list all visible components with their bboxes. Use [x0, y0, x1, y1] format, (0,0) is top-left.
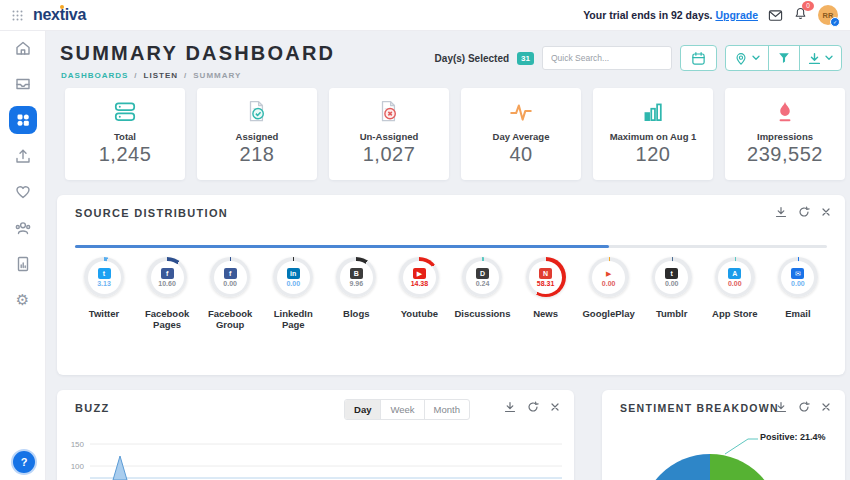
pie-annotation-line	[720, 434, 760, 456]
tab-day[interactable]: Day	[345, 400, 380, 419]
sidebar-item-wellness[interactable]	[0, 174, 45, 210]
flame-icon	[771, 99, 799, 125]
avatar[interactable]: RR ✓	[818, 5, 838, 25]
location-dropdown-button[interactable]	[726, 46, 768, 70]
notifications-bell[interactable]: 0	[793, 6, 808, 25]
download-icon[interactable]	[504, 401, 516, 413]
heart-icon	[14, 183, 32, 201]
source-value: 0.00	[665, 280, 679, 287]
source-item[interactable]: t0.00Tumblr	[641, 257, 703, 330]
main-content: SUMMARY DASHBOARD DASHBOARDS / LISTEN / …	[45, 30, 850, 480]
close-icon[interactable]	[821, 402, 831, 412]
source-value: 14.38	[411, 280, 429, 287]
youtube-icon: ▶	[413, 268, 426, 279]
pie-annotation-label: Positive: 21.4%	[760, 432, 826, 442]
source-label: Blogs	[343, 308, 369, 319]
svg-text:100: 100	[71, 462, 85, 471]
facebook-group-icon: f	[224, 268, 237, 279]
sidebar-item-settings[interactable]: ⚙	[0, 282, 45, 318]
buzz-period-tabs: Day Week Month	[344, 399, 470, 420]
sidebar-item-dashboards-active[interactable]	[9, 106, 37, 134]
export-dropdown-button[interactable]	[799, 46, 841, 70]
source-label: Tumblr	[656, 308, 688, 319]
close-icon[interactable]	[821, 207, 831, 217]
close-icon[interactable]	[550, 402, 560, 412]
source-label: GooglePlay	[582, 308, 634, 319]
total-icon	[111, 99, 139, 125]
header-controls: Day(s) Selected 31	[435, 46, 842, 70]
help-button[interactable]: ?	[11, 449, 37, 475]
sidebar-item-team[interactable]	[0, 210, 45, 246]
stat-card-total: Total1,245	[65, 88, 185, 180]
source-item[interactable]: in0.00LinkedIn Page	[262, 257, 324, 330]
source-item[interactable]: f10.60Facebook Pages	[136, 257, 198, 330]
refresh-icon[interactable]	[798, 206, 810, 218]
source-value: 3.13	[97, 280, 111, 287]
sidebar-item-inbox[interactable]	[0, 66, 45, 102]
source-gauges: t3.13Twitterf10.60Facebook Pagesf0.00Fac…	[73, 257, 829, 330]
download-icon[interactable]	[775, 401, 787, 413]
source-item[interactable]: D0.24Discussions	[451, 257, 513, 330]
source-label: Youtube	[401, 308, 438, 319]
notification-badge: 0	[802, 1, 814, 11]
breadcrumb-separator: /	[184, 71, 187, 80]
source-value: 0.00	[728, 280, 742, 287]
source-value: 0.00	[223, 280, 237, 287]
sources-scrollbar[interactable]	[75, 245, 827, 248]
linkedin-icon: in	[287, 268, 300, 279]
sidebar-item-home[interactable]	[0, 30, 45, 66]
tumblr-icon: t	[665, 268, 678, 279]
source-item[interactable]: ✉0.00Email	[767, 257, 829, 330]
source-item[interactable]: f0.00Facebook Group	[199, 257, 261, 330]
sidebar-item-upload[interactable]	[0, 138, 45, 174]
breadcrumb: DASHBOARDS / LISTEN / SUMMARY	[61, 71, 241, 80]
source-value: 0.24	[476, 280, 490, 287]
source-item[interactable]: N58.31News	[515, 257, 577, 330]
download-icon[interactable]	[775, 206, 787, 218]
source-label: Email	[785, 308, 810, 319]
upload-icon	[14, 147, 32, 165]
refresh-icon[interactable]	[527, 401, 539, 413]
source-item[interactable]: ▶14.38Youtube	[388, 257, 450, 330]
envelope-icon[interactable]	[768, 9, 783, 22]
nextiva-logo: nextiva	[33, 6, 86, 24]
trial-message: Your trial ends in 92 days. Upgrade	[583, 9, 758, 21]
breadcrumb-dashboards[interactable]: DASHBOARDS	[61, 71, 128, 80]
inbox-icon	[14, 75, 32, 93]
breadcrumb-listen[interactable]: LISTEN	[144, 71, 178, 80]
source-label: Twitter	[89, 308, 119, 319]
source-value: 0.00	[791, 280, 805, 287]
calendar-button[interactable]	[680, 45, 717, 71]
days-selected-badge: 31	[517, 52, 534, 65]
page-title: SUMMARY DASHBOARD	[60, 42, 335, 65]
avatar-status-icon: ✓	[830, 17, 840, 27]
stat-card-day-average: Day Average40	[461, 88, 581, 180]
source-item[interactable]: t3.13Twitter	[73, 257, 135, 330]
filter-button[interactable]	[768, 46, 799, 70]
source-item[interactable]: A0.00App Store	[704, 257, 766, 330]
tab-week[interactable]: Week	[380, 400, 423, 419]
filter-funnel-icon	[777, 51, 791, 65]
panel-title: BUZZ	[75, 402, 110, 414]
location-pin-icon	[734, 51, 748, 66]
source-label: Discussions	[454, 308, 510, 319]
sentiment-breakdown-panel: SENTIMENT BREAKDOWN Positive: 21.4%	[602, 390, 845, 480]
sentiment-pie-chart	[640, 454, 780, 480]
source-item[interactable]: B9.96Blogs	[325, 257, 387, 330]
stat-card-unassigned: Un-Assigned1,027	[329, 88, 449, 180]
source-item[interactable]: ▶0.00GooglePlay	[578, 257, 640, 330]
sidebar-item-reports[interactable]	[0, 246, 45, 282]
app-launcher-icon[interactable]	[12, 10, 23, 21]
stat-card-assigned: Assigned218	[197, 88, 317, 180]
breadcrumb-separator: /	[134, 71, 137, 80]
upgrade-link[interactable]: Upgrade	[715, 9, 758, 21]
refresh-icon[interactable]	[798, 401, 810, 413]
tab-month[interactable]: Month	[424, 400, 469, 419]
svg-text:150: 150	[71, 440, 85, 449]
sources-scrollbar-thumb[interactable]	[75, 245, 609, 248]
download-icon	[808, 52, 821, 65]
stat-card-maximum: Maximum on Aug 1120	[593, 88, 713, 180]
blogs-icon: B	[350, 268, 363, 279]
source-value: 0.00	[286, 280, 300, 287]
search-input[interactable]	[542, 46, 672, 70]
